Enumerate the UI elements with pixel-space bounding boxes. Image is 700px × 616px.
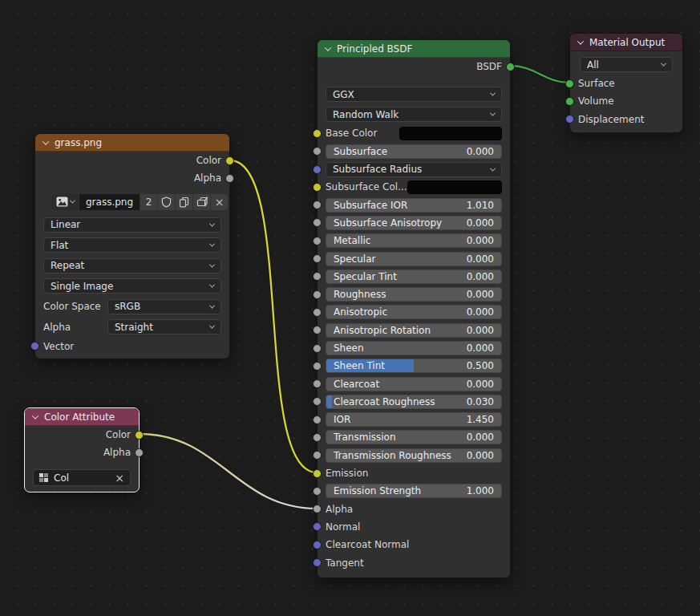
emission-input-socket[interactable] — [313, 469, 322, 478]
transmission-roughness-slider[interactable]: Transmission Roughness 0.000 — [326, 448, 502, 463]
node-color-attribute[interactable]: Color Attribute Color Alpha Col × — [24, 407, 140, 492]
image-browse-button[interactable] — [51, 194, 79, 210]
distribution-row: GGX — [318, 84, 510, 104]
fake-user-button[interactable] — [158, 194, 175, 210]
input-socket[interactable] — [313, 308, 322, 317]
input-socket[interactable] — [313, 433, 322, 442]
roughness-slider[interactable]: Roughness 0.000 — [326, 287, 502, 302]
input-socket[interactable] — [313, 379, 322, 388]
output-label: Alpha — [103, 447, 131, 458]
users-count-button[interactable]: 2 — [140, 194, 157, 210]
image-name-field[interactable]: grass.png — [79, 194, 140, 210]
sheen-slider[interactable]: Sheen 0.000 — [326, 341, 502, 355]
input-socket[interactable] — [313, 272, 322, 281]
input-socket[interactable] — [313, 218, 322, 227]
alpha-mode-dropdown[interactable]: Straight — [107, 319, 221, 334]
tangent-input-socket[interactable] — [313, 558, 322, 567]
input-socket[interactable] — [313, 397, 322, 406]
slider-label: Sheen Tint — [334, 360, 385, 371]
metallic-slider[interactable]: Metallic 0.000 — [326, 233, 502, 248]
chevron-down-icon — [490, 165, 496, 171]
anisotropic-slider[interactable]: Anisotropic 0.000 — [326, 305, 502, 319]
emission-strength-row: Emission Strength 1.000 — [318, 482, 510, 500]
alpha-output-socket[interactable] — [225, 174, 234, 183]
node-header-principled-bsdf[interactable]: Principled BSDF — [318, 40, 510, 58]
new-image-button[interactable] — [176, 194, 192, 210]
sheen-tint-row: Sheen Tint 0.500 — [318, 357, 510, 375]
input-socket[interactable] — [313, 326, 322, 334]
node-material-output[interactable]: Material Output All Surface Volume Displ… — [569, 33, 683, 133]
input-socket[interactable] — [313, 344, 322, 353]
close-icon[interactable]: × — [115, 472, 124, 484]
clearcoat-normal-input-socket[interactable] — [313, 541, 322, 549]
surface-input-socket[interactable] — [565, 79, 574, 88]
subsurface-color-swatch[interactable] — [407, 180, 502, 194]
target-dropdown[interactable]: All — [580, 57, 673, 72]
collapse-chevron-icon[interactable] — [577, 38, 584, 44]
clearcoat-slider[interactable]: Clearcoat 0.000 — [326, 377, 502, 391]
input-socket[interactable] — [313, 201, 322, 209]
collapse-chevron-icon[interactable] — [325, 44, 331, 51]
input-socket[interactable] — [313, 415, 322, 424]
normal-input-socket[interactable] — [313, 522, 322, 531]
pack-icon — [196, 197, 208, 207]
color-output-socket[interactable] — [225, 156, 234, 165]
subsurface-ior-slider[interactable]: Subsurface IOR 1.010 — [326, 198, 502, 213]
specular-tint-slider[interactable]: Specular Tint 0.000 — [326, 270, 502, 284]
input-socket[interactable] — [313, 451, 322, 460]
transmission-slider[interactable]: Transmission 0.000 — [326, 430, 502, 444]
subsurface-anisotropy-slider[interactable]: Subsurface Anisotropy 0.000 — [326, 216, 502, 230]
alpha-output-socket[interactable] — [135, 448, 144, 457]
distribution-dropdown[interactable]: GGX — [326, 87, 502, 102]
displacement-input-socket[interactable] — [565, 115, 574, 124]
ior-slider[interactable]: IOR 1.450 — [326, 412, 502, 427]
base-color-input-socket[interactable] — [313, 129, 322, 138]
pack-image-button[interactable] — [193, 194, 210, 210]
output-row-alpha: Alpha — [35, 169, 229, 187]
emission-strength-slider[interactable]: Emission Strength 1.000 — [326, 484, 502, 498]
dropdown-value: sRGB — [115, 301, 140, 312]
alpha-input-socket[interactable] — [313, 505, 322, 513]
node-header-color-attribute[interactable]: Color Attribute — [25, 408, 139, 426]
specular-tint-row: Specular Tint 0.000 — [318, 268, 510, 286]
node-editor-canvas[interactable]: { "colors": { "canvas_bg": "#1c1c1c", "h… — [0, 0, 700, 616]
node-header-material-output[interactable]: Material Output — [570, 34, 682, 51]
sheen-tint-slider[interactable]: Sheen Tint 0.500 — [326, 359, 502, 373]
input-socket[interactable] — [313, 237, 322, 245]
bsdf-output-socket[interactable] — [506, 63, 515, 71]
subsurface-slider[interactable]: Subsurface 0.000 — [326, 144, 502, 159]
subsurface-radius-dropdown[interactable]: Subsurface Radius — [326, 162, 502, 177]
input-socket[interactable] — [313, 487, 322, 496]
input-socket[interactable] — [313, 290, 322, 299]
collapse-chevron-icon[interactable] — [32, 412, 38, 419]
subsurface-radius-input-socket[interactable] — [313, 165, 322, 174]
input-socket[interactable] — [313, 254, 322, 263]
slider-label: IOR — [334, 414, 350, 425]
source-dropdown[interactable]: Single Image — [43, 278, 221, 294]
interpolation-dropdown[interactable]: Linear — [43, 217, 221, 233]
volume-input-socket[interactable] — [565, 97, 574, 106]
unlink-image-button[interactable]: × — [211, 194, 228, 210]
color-output-socket[interactable] — [135, 431, 144, 440]
node-image-texture[interactable]: grass.png Color Alpha grass.png 2 — [34, 133, 230, 359]
subsurface-color-input-socket[interactable] — [313, 183, 322, 192]
collapse-chevron-icon[interactable] — [42, 138, 49, 144]
target-row: All — [570, 55, 682, 75]
slider-value: 1.450 — [467, 414, 494, 425]
base-color-swatch[interactable] — [399, 127, 502, 140]
specular-slider[interactable]: Specular 0.000 — [326, 252, 502, 266]
attribute-name-field[interactable]: Col × — [33, 469, 131, 486]
vector-input-socket[interactable] — [30, 342, 39, 351]
node-principled-bsdf[interactable]: Principled BSDF BSDF GGX Random Walk Bas… — [317, 39, 511, 578]
subsurface-input-socket[interactable] — [313, 147, 322, 156]
input-socket[interactable] — [313, 362, 322, 371]
clearcoat-roughness-slider[interactable]: Clearcoat Roughness 0.030 — [326, 395, 502, 409]
extension-dropdown[interactable]: Repeat — [43, 258, 221, 274]
subsurface-method-dropdown[interactable]: Random Walk — [326, 107, 502, 122]
anisotropic-rotation-slider[interactable]: Anisotropic Rotation 0.000 — [326, 323, 502, 338]
node-header-image-texture[interactable]: grass.png — [35, 134, 229, 152]
projection-dropdown[interactable]: Flat — [43, 237, 221, 253]
wire-bsdf-to-surface[interactable] — [511, 66, 569, 83]
wire-color-to-emission[interactable] — [230, 160, 317, 472]
color-space-dropdown[interactable]: sRGB — [107, 299, 221, 314]
